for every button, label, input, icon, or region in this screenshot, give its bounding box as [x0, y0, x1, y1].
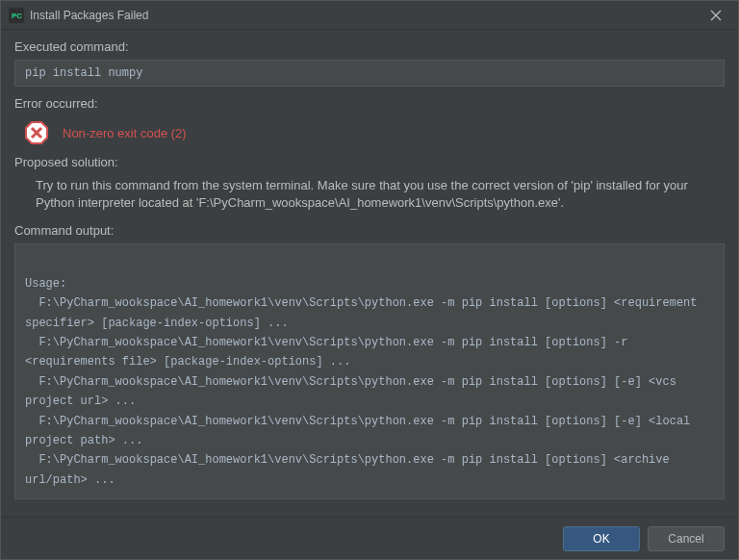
dialog-title: Install Packages Failed — [30, 9, 701, 22]
cancel-button[interactable]: Cancel — [648, 526, 725, 551]
executed-command-label: Executed command: — [14, 39, 725, 54]
dialog-content: Executed command: pip install numpy Erro… — [1, 30, 738, 517]
close-icon[interactable] — [701, 1, 730, 30]
install-packages-failed-dialog: PC Install Packages Failed Executed comm… — [0, 0, 739, 560]
svg-text:PC: PC — [12, 12, 22, 20]
error-row: Non-zero exit code (2) — [14, 116, 725, 155]
error-icon — [24, 120, 49, 145]
error-message: Non-zero exit code (2) — [63, 126, 187, 140]
command-output-label: Command output: — [14, 223, 725, 238]
proposed-solution-text: Try to run this command from the system … — [14, 175, 725, 223]
titlebar: PC Install Packages Failed — [1, 1, 738, 30]
command-output-text[interactable]: Usage: F:\PyCharm_wookspace\AI_homework1… — [14, 243, 725, 499]
button-bar: OK Cancel — [1, 517, 738, 559]
executed-command-text[interactable]: pip install numpy — [14, 60, 725, 87]
ok-button[interactable]: OK — [563, 526, 640, 551]
app-icon: PC — [9, 8, 24, 23]
error-occurred-label: Error occurred: — [14, 96, 725, 111]
proposed-solution-label: Proposed solution: — [14, 155, 725, 169]
